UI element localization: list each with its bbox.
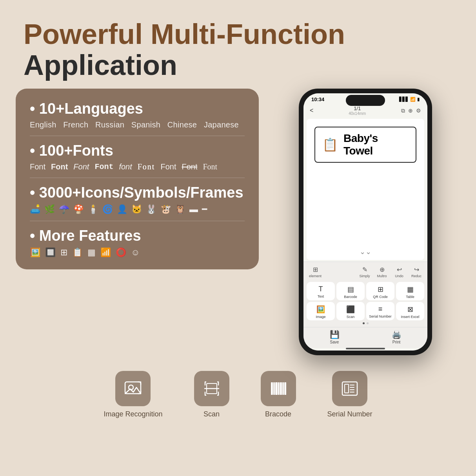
toolbar-dots	[307, 320, 424, 326]
serial-grid-label: Serial Number	[369, 314, 392, 318]
font-1: Font	[30, 162, 45, 171]
serial-number-icon-box	[332, 371, 367, 406]
phone-screen: 10:34 ▋▋▋ 📶 ▮ < 1/1 40x14mm	[303, 93, 427, 351]
lang-spanish: Spanish	[131, 120, 160, 129]
more-title: • More Features	[30, 227, 245, 244]
status-icons: ▋▋▋ 📶 ▮	[399, 97, 420, 102]
bottom-features: Image Recognition Scan	[0, 359, 476, 426]
svg-rect-12	[345, 384, 349, 393]
element-icon: ⊞	[313, 266, 318, 273]
icon-frame2: ━	[202, 204, 207, 214]
icon-bunny: 🐰	[146, 204, 156, 214]
lang-english: English	[30, 120, 56, 129]
undo-icon: ↩	[397, 266, 402, 273]
font-9: Font	[203, 162, 218, 171]
bottom-feature-barcode: Bracode	[261, 371, 296, 418]
icon-fan: 🌀	[102, 204, 113, 214]
multro-label: Multro	[377, 274, 387, 278]
grid-barcode[interactable]: ▤ Barcode	[336, 282, 365, 300]
text-grid-icon: T	[319, 285, 323, 293]
grid-scan[interactable]: ⬛ Scan	[336, 302, 365, 320]
lang-russian: Russian	[95, 120, 124, 129]
icon-owl: 🦉	[175, 204, 185, 214]
headline-line2: Application	[24, 50, 452, 81]
wifi-icon: 📶	[410, 97, 416, 102]
text-grid-label: Text	[318, 294, 324, 298]
label-size: 40x14mm	[349, 111, 366, 116]
phone-container: 10:34 ▋▋▋ 📶 ▮ < 1/1 40x14mm	[271, 89, 460, 355]
phone-canvas: 📋 Baby's Towel ⌄⌄	[307, 119, 424, 260]
font-6: Font	[138, 162, 155, 171]
label-preview: 📋 Baby's Towel	[314, 127, 416, 163]
more-icon-wifi: 📶	[100, 247, 111, 258]
toolbar-multro[interactable]: ⊕ Multro	[374, 264, 390, 280]
more-icons-list: 🖼️ 🔲 ⊞ 📋 ▦ 📶 ⭕ ☺️	[30, 247, 245, 258]
font-4: Font	[94, 162, 113, 171]
headline-line1: Powerful Multi-Function	[24, 19, 452, 50]
table-grid-label: Table	[406, 295, 414, 299]
more-icon-list: 📋	[72, 247, 83, 258]
nav-right-icons: ⧉ ⊕ ⚙	[401, 107, 421, 114]
toolbar-element[interactable]: ⊞ element	[307, 264, 324, 280]
image-recognition-icon-box	[115, 371, 151, 406]
grid-text[interactable]: T Text	[307, 282, 335, 300]
font-8: Font	[182, 162, 197, 171]
serial-number-icon	[340, 379, 360, 398]
settings-icon[interactable]: ⚙	[416, 107, 421, 114]
copy-icon[interactable]: ⧉	[401, 107, 405, 114]
status-time: 10:34	[311, 96, 324, 102]
languages-section: • 10+Languages English French Russian Sp…	[30, 100, 245, 136]
toolbar-reduc[interactable]: ↪ Reduc	[409, 264, 424, 280]
icon-cat: 🐱	[131, 204, 142, 214]
more-icon-table: ▦	[87, 247, 96, 258]
svg-rect-7	[278, 383, 279, 394]
save-label: Save	[330, 340, 339, 344]
serial-number-label: Serial Number	[327, 410, 372, 418]
grid-qrcode[interactable]: ⊞ QR Code	[366, 282, 394, 300]
icons-section: • 3000+Icons/Symbols/Frames 🛋️ 🌿 ☂️ 🍄 🕯️…	[30, 184, 245, 221]
icon-sofa: 🛋️	[30, 204, 40, 214]
back-button[interactable]: <	[310, 107, 313, 114]
svg-rect-4	[271, 383, 273, 394]
toolbar-simply[interactable]: ✎ Simply	[357, 264, 372, 280]
barcode-icon	[269, 379, 288, 398]
scan-label: Scan	[203, 410, 220, 418]
label-text: Baby's Towel	[343, 132, 409, 157]
icons-list: 🛋️ 🌿 ☂️ 🍄 🕯️ 🌀 👤 🐱 🐰 🐮 🦉 ▬ ━	[30, 204, 245, 214]
toolbar-undo[interactable]: ↩ Undo	[391, 264, 407, 280]
grid-image[interactable]: 🖼️ Image	[307, 302, 335, 320]
qrcode-grid-label: QR Code	[373, 295, 388, 299]
save-button[interactable]: 💾 Save	[330, 330, 340, 344]
image-grid-icon: 🖼️	[316, 305, 325, 314]
scan-grid-label: Scan	[347, 315, 355, 319]
grid-table[interactable]: ▦ Table	[396, 282, 424, 300]
home-indicator	[303, 348, 427, 351]
battery-icon: ▮	[417, 97, 420, 102]
font-3: Font	[73, 162, 89, 171]
more-icon-image: 🖼️	[30, 247, 40, 258]
more-section: • More Features 🖼️ 🔲 ⊞ 📋 ▦ 📶 ⭕ ☺️	[30, 227, 245, 258]
fonts-list: Font Font Font Font font Font Font Font …	[30, 162, 245, 171]
zoom-icon[interactable]: ⊕	[408, 107, 413, 114]
barcode-label: Bracode	[265, 410, 291, 418]
grid-excel[interactable]: ⊠ Insert Excel	[396, 302, 424, 320]
lang-chinese: Chinese	[167, 120, 197, 129]
undo-label: Undo	[395, 274, 403, 278]
more-icon-circle: ⭕	[116, 247, 126, 258]
multro-icon: ⊕	[380, 266, 385, 273]
languages-list: English French Russian Spanish Chinese J…	[30, 120, 245, 129]
feature-panel: • 10+Languages English French Russian Sp…	[16, 89, 259, 269]
font-7: Font	[160, 162, 176, 171]
phone-mockup: 10:34 ▋▋▋ 📶 ▮ < 1/1 40x14mm	[299, 89, 432, 355]
svg-rect-9	[283, 383, 283, 394]
scan-grid-icon: ⬛	[346, 305, 355, 314]
lang-french: French	[63, 120, 88, 129]
print-label: Print	[392, 340, 401, 344]
barcode-grid-icon: ▤	[347, 285, 354, 294]
icon-cow: 🐮	[160, 204, 171, 214]
label-icon: 📋	[322, 138, 338, 151]
print-button[interactable]: 🖨️ Print	[392, 330, 402, 344]
fonts-section: • 100+Fonts Font Font Font Font font Fon…	[30, 142, 245, 178]
grid-serial[interactable]: ≡ Serial Number	[366, 302, 394, 320]
more-icon-frame: 🔲	[45, 247, 56, 258]
